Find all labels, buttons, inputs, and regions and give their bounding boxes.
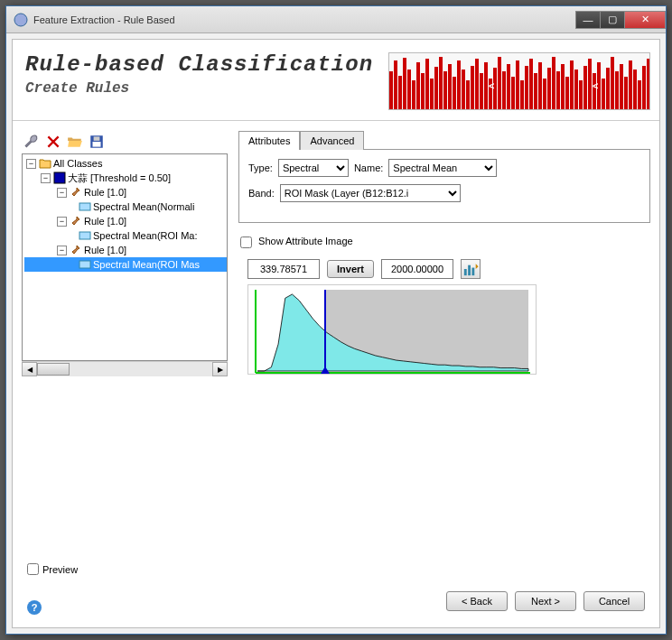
- tab-advanced[interactable]: Advanced: [300, 131, 364, 150]
- help-icon[interactable]: ?: [27, 600, 42, 615]
- svg-rect-23: [484, 62, 488, 110]
- svg-rect-58: [642, 66, 646, 110]
- svg-rect-38: [552, 57, 555, 110]
- attribute-icon: [79, 258, 91, 271]
- tab-attributes[interactable]: Attributes: [238, 131, 300, 150]
- scroll-left-button[interactable]: ◀: [22, 362, 37, 376]
- type-label: Type:: [248, 162, 273, 173]
- svg-rect-8: [416, 62, 420, 110]
- folder-open-icon[interactable]: [67, 134, 83, 150]
- svg-rect-33: [529, 59, 533, 110]
- band-select[interactable]: ROI Mask (Layer (B12:B12.i: [280, 184, 461, 202]
- svg-rect-67: [79, 232, 90, 239]
- window-title: Feature Extraction - Rule Based: [33, 14, 576, 25]
- svg-rect-2: [389, 71, 393, 110]
- titlebar[interactable]: Feature Extraction - Rule Based — ▢ ✕: [6, 6, 666, 33]
- back-button[interactable]: < Back: [446, 591, 508, 611]
- tree-label: Spectral Mean(ROI Ma:: [93, 230, 198, 241]
- dialog-window: Feature Extraction - Rule Based — ▢ ✕ Ru…: [5, 5, 667, 635]
- svg-rect-53: [620, 64, 623, 110]
- svg-rect-66: [79, 203, 90, 210]
- type-select[interactable]: Spectral: [278, 159, 349, 177]
- app-icon: [14, 13, 28, 27]
- histogram-chart[interactable]: [247, 284, 537, 375]
- svg-text:<: <: [489, 80, 494, 91]
- svg-rect-6: [407, 70, 411, 110]
- svg-rect-49: [602, 79, 605, 110]
- low-value-input[interactable]: 339.78571: [247, 259, 320, 279]
- class-color-icon: [53, 172, 66, 184]
- hammer-icon: [70, 186, 82, 199]
- scroll-right-button[interactable]: ▶: [212, 362, 228, 376]
- wrench-icon[interactable]: [23, 134, 40, 150]
- scroll-track[interactable]: [37, 362, 212, 376]
- tree-attr-selected[interactable]: Spectral Mean(ROI Mas: [24, 257, 227, 272]
- tree-root[interactable]: − All Classes: [24, 156, 227, 171]
- svg-rect-28: [507, 64, 510, 110]
- band-label: Band:: [248, 188, 275, 199]
- show-attribute-label: Show Attribute Image: [258, 236, 353, 246]
- close-button[interactable]: ✕: [624, 11, 666, 29]
- tree-rule[interactable]: − Rule [1.0]: [24, 185, 227, 199]
- tree-toolbar: [22, 130, 228, 153]
- svg-rect-17: [457, 60, 461, 110]
- svg-rect-3: [394, 60, 397, 110]
- svg-rect-36: [543, 79, 546, 110]
- collapse-icon[interactable]: −: [57, 246, 67, 255]
- invert-button[interactable]: Invert: [327, 260, 374, 278]
- svg-rect-70: [468, 264, 471, 274]
- high-value-input[interactable]: 2000.00000: [381, 259, 453, 279]
- tree-label: Spectral Mean(Normali: [93, 201, 194, 212]
- collapse-icon[interactable]: −: [26, 159, 36, 169]
- svg-rect-7: [412, 80, 415, 110]
- delete-icon[interactable]: [45, 134, 61, 150]
- svg-rect-35: [538, 62, 542, 110]
- svg-rect-57: [638, 80, 641, 110]
- next-button[interactable]: Next >: [515, 591, 576, 611]
- tree-label: Rule [1.0]: [84, 187, 126, 198]
- svg-rect-37: [547, 68, 551, 110]
- minimize-button[interactable]: —: [575, 11, 601, 29]
- preview-label: Preview: [42, 564, 78, 575]
- svg-rect-11: [430, 79, 434, 110]
- tree-class[interactable]: − 大蒜 [Threshold = 0.50]: [24, 171, 227, 185]
- save-icon[interactable]: [89, 134, 105, 150]
- svg-rect-13: [439, 57, 443, 110]
- hammer-icon: [70, 244, 82, 256]
- tree-rule[interactable]: − Rule [1.0]: [24, 214, 227, 228]
- svg-rect-10: [425, 59, 429, 110]
- svg-rect-56: [633, 70, 637, 110]
- name-select[interactable]: Spectral Mean: [388, 159, 497, 177]
- histogram-options-button[interactable]: [461, 259, 481, 279]
- tree-scrollbar[interactable]: ◀ ▶: [22, 361, 228, 376]
- svg-rect-18: [462, 70, 465, 110]
- tree-attr[interactable]: Spectral Mean(Normali: [24, 199, 227, 214]
- name-label: Name:: [354, 162, 383, 173]
- collapse-icon[interactable]: −: [57, 217, 67, 227]
- page-subtitle: Create Rules: [25, 80, 388, 97]
- svg-rect-26: [498, 57, 501, 110]
- svg-rect-40: [561, 64, 565, 110]
- tree-attr[interactable]: Spectral Mean(ROI Ma:: [24, 228, 227, 243]
- rules-tree[interactable]: − All Classes − 大蒜 [Threshold = 0.50] −: [22, 153, 228, 361]
- footer: Preview: [13, 552, 659, 588]
- show-attribute-checkbox[interactable]: [240, 237, 252, 248]
- svg-rect-27: [502, 71, 506, 110]
- header-graphic: < <: [388, 52, 650, 110]
- svg-rect-47: [593, 73, 596, 110]
- show-attribute-row: Show Attribute Image: [240, 236, 650, 248]
- tree-label: Spectral Mean(ROI Mas: [93, 259, 200, 270]
- collapse-icon[interactable]: −: [41, 173, 51, 183]
- main-area: − All Classes − 大蒜 [Threshold = 0.50] −: [13, 121, 659, 376]
- svg-rect-52: [615, 71, 619, 110]
- left-panel: − All Classes − 大蒜 [Threshold = 0.50] −: [22, 130, 228, 376]
- preview-checkbox[interactable]: [27, 563, 39, 575]
- svg-rect-59: [647, 59, 650, 110]
- collapse-icon[interactable]: −: [57, 188, 67, 198]
- attribute-icon: [79, 200, 91, 213]
- tree-rule[interactable]: − Rule [1.0]: [24, 243, 227, 257]
- cancel-button[interactable]: Cancel: [583, 591, 645, 611]
- maximize-button[interactable]: ▢: [600, 11, 625, 29]
- scroll-thumb[interactable]: [37, 363, 70, 376]
- svg-rect-55: [629, 60, 632, 110]
